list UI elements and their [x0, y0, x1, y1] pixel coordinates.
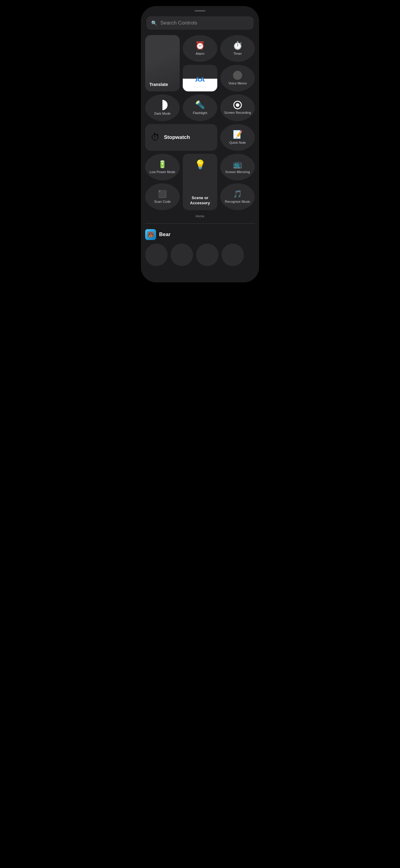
screen-mirroring-icon: 📺: [233, 160, 242, 168]
quick-note-tile[interactable]: 📝 Quick Note: [220, 124, 255, 151]
scan-code-label: Scan Code: [154, 199, 171, 204]
alarm-label: Alarm: [196, 52, 204, 56]
section-divider: [145, 223, 255, 224]
stopwatch-tile[interactable]: ⏱ Stopwatch: [145, 124, 217, 151]
translate-label: Translate: [149, 82, 168, 87]
recognize-music-icon: 🎵: [233, 190, 242, 198]
stopwatch-icon: ⏱: [151, 132, 160, 143]
alarm-icon: ⏰: [195, 41, 205, 50]
bear-icon-1[interactable]: [145, 244, 168, 266]
darkmode-icon: [157, 100, 168, 110]
low-power-label: Low Power Mode: [150, 170, 175, 174]
low-power-icon: 🔋: [158, 160, 167, 168]
flashlight-tile[interactable]: 🔦 Flashlight: [183, 94, 217, 121]
textsize-tile[interactable]: AA Text Size: [183, 65, 217, 91]
screen-mirroring-tile[interactable]: 📺 Screen Mirroring: [220, 154, 255, 180]
bear-title: Bear: [159, 231, 171, 238]
search-bar-wrap: 🔍 Search Controls: [141, 14, 259, 35]
bear-icons-row: [145, 244, 255, 266]
quick-note-icon: 📝: [233, 130, 242, 139]
voice-memo-tile[interactable]: Voice Memo: [220, 65, 255, 91]
darkmode-tile[interactable]: Dark Mode: [145, 94, 180, 121]
controls-grid: Translate ⏰ Alarm ⏱️ Timer AA Text Size …: [141, 35, 259, 151]
search-bar[interactable]: 🔍 Search Controls: [146, 17, 254, 30]
bear-icon-3[interactable]: [196, 244, 219, 266]
darkmode-label: Dark Mode: [154, 112, 171, 116]
translate-tile[interactable]: Translate: [145, 35, 180, 91]
home-tile[interactable]: 💡 Scene or Accessory: [183, 154, 217, 210]
drag-handle: [195, 10, 205, 11]
bear-logo: 🐻: [145, 229, 156, 240]
bear-header: 🐻 Bear: [145, 229, 255, 240]
home-bulb-icon: 💡: [195, 159, 206, 170]
voice-memo-label: Voice Memo: [228, 81, 247, 85]
home-sub-label: Home: [141, 214, 259, 218]
bear-icon-2[interactable]: [171, 244, 193, 266]
scan-code-tile[interactable]: ⬛ Scan Code: [145, 183, 180, 210]
flashlight-icon: 🔦: [195, 100, 205, 110]
scan-code-icon: ⬛: [158, 190, 167, 198]
timer-tile[interactable]: ⏱️ Timer: [220, 35, 255, 62]
voice-memo-icon: [233, 71, 242, 80]
phone-container: 🔍 Search Controls Translate ⏰ Alarm ⏱️ T…: [141, 6, 259, 282]
row-5: 🔋 Low Power Mode 💡 Scene or Accessory 📺 …: [141, 154, 259, 213]
top-bar: [141, 6, 259, 14]
alarm-tile[interactable]: ⏰ Alarm: [183, 35, 217, 62]
low-power-tile[interactable]: 🔋 Low Power Mode: [145, 154, 180, 180]
quick-note-label: Quick Note: [229, 141, 246, 145]
screen-mirroring-label: Screen Mirroring: [225, 170, 250, 174]
home-label: Scene or Accessory: [186, 195, 214, 206]
flashlight-label: Flashlight: [193, 111, 207, 115]
timer-icon: ⏱️: [233, 41, 242, 50]
search-icon: 🔍: [151, 20, 157, 26]
search-placeholder: Search Controls: [160, 20, 197, 26]
textsize-label: Text Size: [193, 85, 207, 89]
screen-recording-tile[interactable]: Screen Recording: [220, 94, 255, 121]
stopwatch-label: Stopwatch: [164, 134, 190, 141]
recognize-music-label: Recognize Music: [225, 199, 250, 204]
recognize-music-tile[interactable]: 🎵 Recognize Music: [220, 183, 255, 210]
screen-recording-icon: [233, 101, 242, 109]
screen-recording-label: Screen Recording: [224, 111, 251, 115]
bear-icon-4[interactable]: [222, 244, 244, 266]
textsize-icon: AA: [195, 76, 205, 84]
bear-section: 🐻 Bear: [141, 229, 259, 270]
timer-label: Timer: [233, 52, 242, 56]
